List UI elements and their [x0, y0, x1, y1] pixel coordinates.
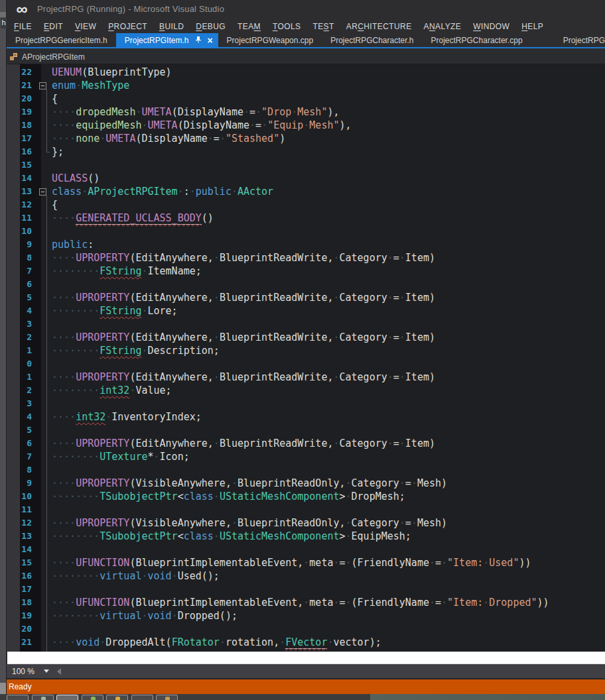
taskbar-button[interactable]: [106, 695, 128, 700]
taskbar-button[interactable]: [7, 695, 29, 700]
code-line[interactable]: 17: [7, 583, 605, 596]
code-line[interactable]: 5: [7, 424, 605, 437]
menu-tools[interactable]: TOOLS: [267, 20, 306, 33]
menu-view[interactable]: VIEW: [69, 20, 102, 33]
tab-strip: ProjectRPGGenericItem.hProjectRPGItem.h×…: [0, 33, 605, 48]
code-text: };: [52, 145, 605, 158]
code-line[interactable]: 10········TSubobjectPtr<class·UStaticMes…: [7, 490, 605, 503]
fold-toggle[interactable]: [39, 188, 46, 196]
menu-project[interactable]: PROJECT: [102, 20, 153, 33]
code-line[interactable]: 6····UPROPERTY(EditAnywhere,·BlueprintRe…: [7, 437, 605, 450]
navigation-bar[interactable]: AProjectRPGItem: [7, 50, 605, 64]
taskbar-button[interactable]: [82, 695, 103, 700]
code-line[interactable]: 22UENUM(BlueprintType): [7, 66, 605, 79]
outline-margin: [37, 424, 52, 437]
code-line[interactable]: 9····UPROPERTY(VisibleAnywhere,·Blueprin…: [7, 477, 605, 490]
zoom-level-select[interactable]: 100 %: [7, 664, 50, 678]
outline-margin: [37, 384, 52, 397]
code-line[interactable]: 17····none·UMETA(DisplayName·=·"Stashed"…: [7, 132, 605, 145]
outline-margin: [37, 450, 52, 463]
code-line[interactable]: 14: [7, 543, 605, 556]
taskbar-button[interactable]: [32, 695, 54, 700]
code-line[interactable]: 3: [7, 318, 605, 331]
code-line[interactable]: 19········virtual·void·Dropped();: [7, 609, 605, 622]
close-icon[interactable]: ×: [207, 36, 212, 44]
code-line[interactable]: 15: [7, 158, 605, 172]
menu-test[interactable]: TEST: [306, 20, 340, 33]
breadcrumb[interactable]: AProjectRPGItem: [22, 52, 85, 62]
tab-projectrpg[interactable]: ProjectRPG: [555, 33, 605, 47]
outline-margin: [37, 622, 52, 636]
menu-window[interactable]: WINDOW: [467, 20, 515, 33]
code-text: ····UPROPERTY(VisibleAnywhere,·Blueprint…: [52, 477, 605, 490]
taskbar-button[interactable]: [56, 695, 78, 700]
taskbar-button[interactable]: [156, 695, 178, 700]
code-line[interactable]: 12{: [7, 198, 605, 211]
outline-margin: [37, 636, 52, 649]
code-line[interactable]: 5····UPROPERTY(EditAnywhere,·BlueprintRe…: [7, 291, 605, 304]
menu-analyze[interactable]: ANALYZE: [418, 20, 468, 33]
outline-margin: [37, 158, 52, 172]
line-number: 18: [7, 119, 37, 132]
code-line[interactable]: 1····UPROPERTY(EditAnywhere,·BlueprintRe…: [7, 371, 605, 384]
tab-label: ProjectRPGCharacter.cpp: [431, 36, 523, 45]
menu-file[interactable]: FILE: [8, 20, 38, 33]
code-text: ········virtual·void·Dropped();: [52, 609, 605, 622]
code-line[interactable]: 2····UPROPERTY(EditAnywhere,·BlueprintRe…: [7, 331, 605, 344]
taskbar-tray-area: [370, 694, 605, 700]
line-number: 2: [7, 331, 37, 344]
code-text: [52, 397, 605, 410]
code-line[interactable]: 0: [7, 357, 605, 371]
outline-margin: [37, 238, 52, 251]
code-text: ····dropedMesh·UMETA(DisplayName·=·"Drop…: [52, 105, 605, 119]
code-line[interactable]: 12····UPROPERTY(VisibleAnywhere,·Bluepri…: [7, 516, 605, 530]
tab-projectrpgcharacter.h[interactable]: ProjectRPGCharacter.h: [322, 33, 422, 47]
code-line[interactable]: 8: [7, 463, 605, 477]
code-line[interactable]: 1········FString·Description;: [7, 344, 605, 357]
code-line[interactable]: 7········FString·ItemName;: [7, 264, 605, 278]
taskbar-button[interactable]: [131, 695, 153, 700]
code-line[interactable]: 7········UTexture*·Icon;: [7, 450, 605, 463]
outline-margin: [37, 530, 52, 543]
code-line[interactable]: 2········int32·Value;: [7, 384, 605, 397]
menu-build[interactable]: BUILD: [153, 20, 190, 33]
code-editor[interactable]: 22UENUM(BlueprintType)21enum·MeshType20{…: [7, 64, 605, 652]
code-line[interactable]: 9public:: [7, 238, 605, 251]
code-text: UCLASS(): [52, 172, 605, 185]
tab-projectrpgcharacter.cpp[interactable]: ProjectRPGCharacter.cpp: [423, 33, 531, 47]
fold-toggle[interactable]: [39, 82, 46, 89]
tab-projectrpgitem.h[interactable]: ProjectRPGItem.h×: [116, 33, 218, 47]
menu-edit[interactable]: EDIT: [38, 20, 69, 33]
code-line[interactable]: 14UCLASS(): [7, 172, 605, 185]
code-line[interactable]: 13········TSubobjectPtr<class·UStaticMes…: [7, 530, 605, 543]
code-line[interactable]: 16};: [7, 145, 605, 158]
code-line[interactable]: 21enum·MeshType: [7, 79, 605, 92]
code-line[interactable]: 19····dropedMesh·UMETA(DisplayName·=·"Dr…: [7, 105, 605, 119]
code-line[interactable]: 16········virtual·void·Used();: [7, 569, 605, 583]
code-text: ····UPROPERTY(EditAnywhere,·BlueprintRea…: [52, 437, 605, 450]
horizontal-scrollbar[interactable]: [61, 664, 605, 678]
menu-team[interactable]: TEAM: [232, 20, 267, 33]
code-line[interactable]: 6: [7, 278, 605, 291]
code-line[interactable]: 10: [7, 225, 605, 238]
code-line[interactable]: 8····UPROPERTY(EditAnywhere,·BlueprintRe…: [7, 251, 605, 264]
code-line[interactable]: 15····UFUNCTION(BlueprintImplementableEv…: [7, 556, 605, 569]
code-line[interactable]: 3: [7, 397, 605, 410]
menu-debug[interactable]: DEBUG: [190, 20, 232, 33]
line-number: 7: [7, 264, 37, 278]
tab-projectrpgweapon.cpp[interactable]: ProjectRPGWeapon.cpp: [218, 33, 322, 47]
code-line[interactable]: 4········FString·Lore;: [7, 304, 605, 318]
pin-icon[interactable]: [195, 36, 202, 45]
code-line[interactable]: 18····UFUNCTION(BlueprintImplementableEv…: [7, 596, 605, 609]
code-line[interactable]: 20: [7, 622, 605, 636]
code-line[interactable]: 13class·AProjectRPGItem·:·public·AActor: [7, 185, 605, 198]
tab-projectrpggenericitem.h[interactable]: ProjectRPGGenericItem.h: [7, 33, 116, 47]
code-line[interactable]: 4····int32·InventoryIndex;: [7, 410, 605, 424]
menu-help[interactable]: HELP: [515, 20, 549, 33]
code-line[interactable]: 11····GENERATED_UCLASS_BODY(): [7, 211, 605, 225]
code-line[interactable]: 11: [7, 503, 605, 516]
code-line[interactable]: 20{: [7, 92, 605, 105]
code-line[interactable]: 18····equipedMesh·UMETA(DisplayName·=·"E…: [7, 119, 605, 132]
menu-architecture[interactable]: ARCHITECTURE: [340, 20, 418, 33]
code-line[interactable]: 21····void·DroppedAlt(FRotator·rotation,…: [7, 636, 605, 649]
